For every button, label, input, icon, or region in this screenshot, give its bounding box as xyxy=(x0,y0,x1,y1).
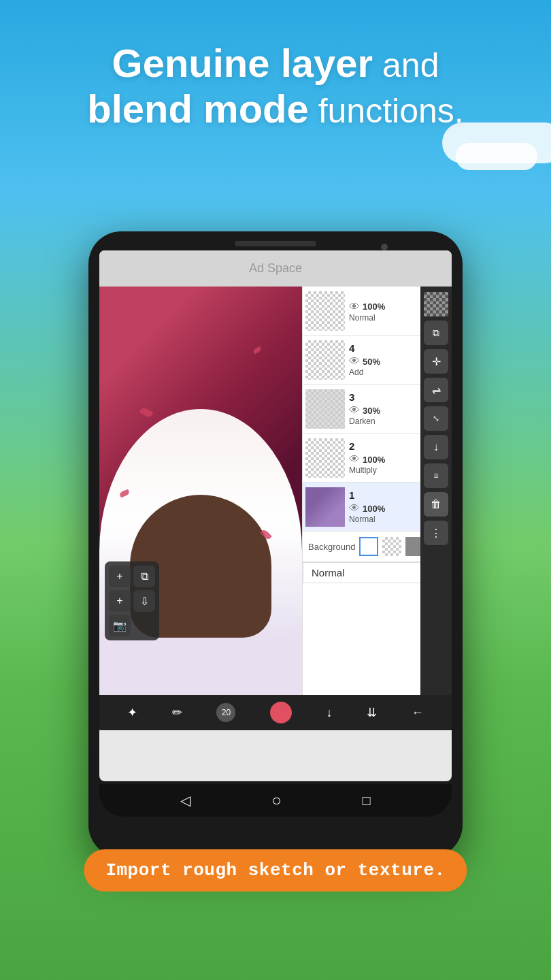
orange-banner: Import rough sketch or texture. xyxy=(84,849,467,892)
phone-nav-bar: ◁ ○ □ xyxy=(99,784,452,817)
cloud-2 xyxy=(456,143,537,170)
flip-horizontal-button[interactable]: ⇌ xyxy=(424,378,448,402)
phone-screen: Ad Space + ⧉ xyxy=(99,250,452,781)
header-bold-2: blend mode xyxy=(87,86,308,131)
camera-button[interactable]: 📷 xyxy=(109,615,131,636)
redo-button[interactable]: ⇊ xyxy=(367,705,377,720)
right-sidebar: ⧉ ✛ ⇌ ⤡ ↓ ≡ 🗑 ⋮ xyxy=(420,287,452,695)
layer-thumb-3 xyxy=(305,389,345,429)
eye-icon-1[interactable]: 👁 xyxy=(349,502,360,514)
sparkle-icon[interactable]: ✦ xyxy=(127,705,137,720)
header-light-1: and xyxy=(373,46,439,84)
ad-label: Ad Space xyxy=(249,261,302,275)
clipboard-button[interactable]: ⧉ xyxy=(424,321,448,345)
layer-thumb-2 xyxy=(305,438,345,478)
background-checker-swatch[interactable] xyxy=(382,537,401,556)
more-button[interactable]: ⋮ xyxy=(424,521,448,545)
back-button[interactable]: ← xyxy=(412,706,424,720)
header-bold-1: Genuine layer xyxy=(112,41,373,85)
layer-percent-3: 30% xyxy=(363,406,380,416)
delete-button[interactable]: 🗑 xyxy=(424,492,448,517)
move-button[interactable]: ✛ xyxy=(424,349,448,374)
home-nav-icon[interactable]: ○ xyxy=(271,791,282,810)
background-white-swatch[interactable] xyxy=(359,537,378,556)
brush-icon[interactable]: ✏ xyxy=(172,705,182,720)
color-swatch-button[interactable] xyxy=(270,702,292,723)
layer-percent-1: 100% xyxy=(363,504,385,514)
layer-thumb-top xyxy=(305,291,345,331)
header-line1: Genuine layer and xyxy=(27,41,524,86)
canvas-area: + ⧉ + ⇩ 📷 xyxy=(99,287,452,695)
transform-button[interactable]: ⤡ xyxy=(424,406,448,431)
phone-device: Ad Space + ⧉ xyxy=(88,231,463,858)
checker-pattern-button[interactable] xyxy=(424,292,448,316)
layer-thumb-4 xyxy=(305,340,345,380)
header-line2: blend mode functions. xyxy=(27,86,524,132)
phone-camera xyxy=(381,244,388,250)
add-layer-button[interactable]: + xyxy=(109,566,131,587)
layer-thumb-1 xyxy=(305,487,345,527)
header-light-2: functions. xyxy=(309,92,464,130)
layer-percent-top: 100% xyxy=(363,301,385,312)
move-down-button[interactable]: ↓ xyxy=(424,435,448,459)
banner-text: Import rough sketch or texture. xyxy=(105,860,445,881)
eye-icon-4[interactable]: 👁 xyxy=(349,355,360,368)
layers-button[interactable]: ≡ xyxy=(424,463,448,488)
artwork-canvas[interactable]: + ⧉ + ⇩ 📷 xyxy=(99,287,302,695)
header-area: Genuine layer and blend mode functions. xyxy=(0,41,551,131)
eye-icon-top[interactable]: 👁 xyxy=(349,301,360,313)
undo-button[interactable]: ↓ xyxy=(327,706,333,720)
tool-panel: + ⧉ + ⇩ 📷 xyxy=(105,561,159,640)
duplicate-layer-button[interactable]: ⧉ xyxy=(133,566,155,587)
anime-character xyxy=(99,409,302,695)
ad-space: Ad Space xyxy=(99,250,452,287)
background-label: Background xyxy=(308,542,355,552)
back-nav-icon[interactable]: ◁ xyxy=(180,792,190,808)
eye-icon-3[interactable]: 👁 xyxy=(349,404,360,416)
phone-notch xyxy=(235,241,316,246)
layer-percent-4: 50% xyxy=(363,357,380,367)
layer-percent-2: 100% xyxy=(363,455,385,465)
recents-nav-icon[interactable]: □ xyxy=(362,793,370,808)
brush-size-indicator[interactable]: 20 xyxy=(216,703,235,722)
blend-mode-label: Normal xyxy=(312,567,344,578)
merge-layer-button[interactable]: ⇩ xyxy=(133,590,155,612)
screen-bottom-bar: ✦ ✏ 20 ↓ ⇊ ← xyxy=(99,695,452,730)
add-sublayer-button[interactable]: + xyxy=(109,590,131,612)
eye-icon-2[interactable]: 👁 xyxy=(349,453,360,466)
phone-body: Ad Space + ⧉ xyxy=(88,231,463,858)
